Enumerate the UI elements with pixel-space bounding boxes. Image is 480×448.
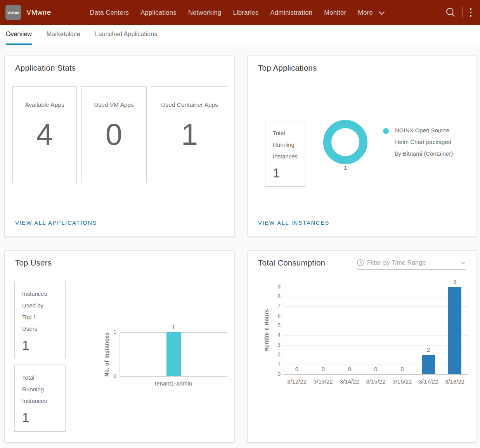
y-tick-label: 0	[106, 373, 116, 379]
card-header: Top Applications	[248, 56, 477, 80]
card-title-top-users: Top Users	[15, 258, 52, 267]
stat-value: 1	[151, 119, 228, 149]
card-title-top-applications: Top Applications	[258, 63, 317, 73]
tab-overview[interactable]: Overview	[6, 25, 32, 45]
card-header: Application Stats	[5, 56, 234, 80]
application-stats-body: Available Apps 4 Used VM Apps 0 Used Con…	[5, 80, 234, 209]
box-label-line: Running	[273, 139, 305, 151]
donut-chart	[323, 120, 367, 164]
bar-value-label: 0	[367, 366, 385, 372]
primary-nav: Data Centers Applications Networking Lib…	[90, 9, 384, 16]
legend-dot	[383, 128, 389, 134]
clock-icon	[357, 259, 364, 266]
nav-item-data-centers[interactable]: Data Centers	[90, 9, 129, 16]
chevron-down-icon	[379, 9, 385, 15]
top-users-chart: 011tenant1-admin	[5, 275, 234, 442]
y-tick-label: 9	[270, 283, 281, 290]
y-tick-label: 0	[270, 371, 281, 377]
y-tick-label: 6	[270, 313, 281, 319]
stat-value: 4	[13, 119, 76, 149]
nav-item-more[interactable]: More	[358, 9, 384, 16]
stat-label: Available Apps	[13, 101, 76, 108]
vmw-logo-text: vmw	[7, 10, 19, 16]
stat-available-apps: Available Apps 4	[12, 86, 77, 183]
kebab-menu-icon[interactable]	[468, 7, 473, 17]
gridline	[284, 287, 468, 287]
top-applications-card: Top Applications Total Running Instances…	[247, 56, 477, 237]
dashboard: Application Stats Available Apps 4 Used …	[0, 45, 480, 443]
legend-line: Helm Chart packaged	[395, 136, 453, 148]
stat-value: 0	[81, 119, 146, 149]
total-consumption-card: Total Consumption Filter by Time Range R…	[247, 250, 477, 443]
top-applications-body: Total Running Instances 1 1 NGINX Open S…	[248, 80, 477, 209]
bar-value-label: 9	[446, 279, 463, 285]
more-label: More	[358, 9, 373, 16]
bar-value-label: 0	[288, 366, 305, 372]
y-tick-label: 1	[106, 329, 116, 335]
box-label-line: Total	[273, 127, 305, 139]
y-tick-label: 2	[270, 351, 281, 358]
nav-item-administration[interactable]: Administration	[270, 9, 312, 16]
navbar-divider	[462, 7, 463, 18]
bar	[166, 332, 181, 376]
nav-item-libraries[interactable]: Libraries	[233, 9, 258, 16]
time-range-filter[interactable]: Filter by Time Range	[357, 256, 466, 270]
search-icon[interactable]	[445, 7, 456, 18]
gridline	[284, 297, 468, 297]
bar-value-label: 2	[420, 347, 437, 353]
total-running-instances-box: Total Running Instances 1	[265, 120, 305, 187]
x-tick-label: 3/12/22	[283, 378, 310, 385]
y-tick-label: 5	[270, 322, 281, 328]
x-tick-label: 3/16/22	[388, 378, 416, 385]
card-header: Total Consumption Filter by Time Range	[248, 251, 477, 275]
y-axis-line	[120, 332, 120, 376]
view-all-applications-link[interactable]: VIEW ALL APPLICATIONS	[15, 220, 97, 226]
bar-value-label: 0	[341, 366, 358, 372]
legend-line: NGINX Open Source	[395, 125, 453, 136]
y-tick-label: 3	[270, 342, 281, 348]
donut-slice-label: 1	[338, 164, 353, 171]
tab-marketplace[interactable]: Marketplace	[47, 25, 80, 45]
application-stats-card: Application Stats Available Apps 4 Used …	[4, 56, 235, 237]
legend-label: NGINX Open Source Helm Chart packaged by…	[395, 125, 453, 160]
x-tick-label: 3/17/22	[415, 378, 442, 385]
navbar-actions	[445, 7, 473, 18]
bar	[448, 287, 461, 374]
gridline	[284, 355, 468, 355]
box-label-line: Instances	[273, 151, 305, 162]
vmw-logo: vmw	[5, 5, 21, 20]
card-title-application-stats: Application Stats	[15, 63, 76, 73]
plot-right-border	[468, 287, 468, 374]
legend-line: by Bitnami (Container)	[395, 148, 453, 160]
gridline	[284, 345, 468, 346]
x-tick-label: 3/14/22	[336, 378, 363, 385]
chevron-down-icon	[461, 260, 465, 264]
card-footer: VIEW ALL APPLICATIONS	[5, 209, 234, 236]
consumption-chart: 012345678903/12/2203/13/2203/14/2203/15/…	[248, 275, 477, 442]
nav-item-applications[interactable]: Applications	[140, 9, 177, 16]
card-header: Top Users	[5, 251, 234, 275]
stat-label: Used VM Apps	[81, 101, 146, 108]
gridline	[120, 376, 227, 377]
bar-value-label: 1	[165, 324, 182, 330]
box-value: 1	[273, 165, 305, 181]
top-users-body: Instances Used by Top 1 Users 1 Total Ru…	[5, 275, 234, 442]
view-all-instances-link[interactable]: VIEW ALL INSTANCES	[258, 220, 329, 226]
tab-bar: Overview Marketplace Launched Applicatio…	[0, 25, 480, 45]
nav-item-networking[interactable]: Networking	[188, 9, 222, 16]
gridline	[284, 306, 468, 307]
top-navbar: vmw VMwire Data Centers Applications Net…	[0, 0, 480, 25]
bar-value-label: 0	[393, 366, 411, 372]
bar	[422, 355, 435, 374]
stat-label: Used Container Apps	[151, 101, 228, 108]
card-title-total-consumption: Total Consumption	[258, 258, 325, 267]
gridline	[284, 326, 468, 326]
gridline	[284, 365, 468, 365]
nav-item-monitor[interactable]: Monitor	[324, 9, 346, 16]
stats-row: Available Apps 4 Used VM Apps 0 Used Con…	[5, 80, 234, 183]
brand-title: VMwire	[26, 8, 51, 17]
gridline	[284, 374, 468, 375]
tab-launched-applications[interactable]: Launched Applications	[95, 25, 157, 45]
y-tick-label: 1	[270, 361, 281, 367]
x-tick-label: 3/18/22	[441, 378, 468, 385]
